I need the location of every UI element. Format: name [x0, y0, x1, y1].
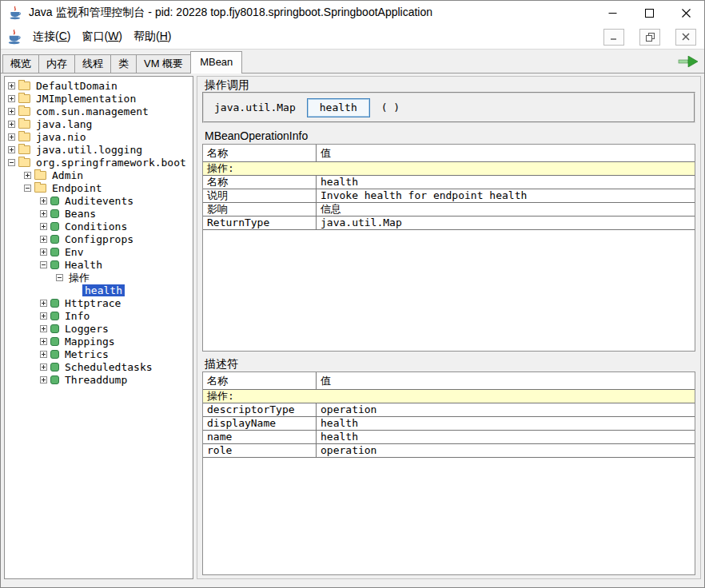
frame-minimize-button[interactable]: [603, 29, 624, 46]
collapse-icon[interactable]: [56, 274, 63, 281]
tree-item-com.sun.management[interactable]: com.sun.management: [5, 105, 193, 117]
tree-item-java.lang[interactable]: java.lang: [5, 117, 193, 130]
tree-item-health[interactable]: health: [5, 284, 193, 296]
title-bar[interactable]: Java 监视和管理控制台 - pid: 20228 top.fjy8018.s…: [1, 1, 704, 25]
expand-icon[interactable]: [8, 108, 15, 115]
info-row-displayname[interactable]: displayNamehealth: [203, 417, 695, 431]
expand-icon[interactable]: [40, 223, 47, 230]
group-row[interactable]: 操作:: [203, 390, 695, 403]
tree-label: JMImplementation: [34, 93, 138, 105]
tree-item-conditions[interactable]: Conditions: [5, 220, 193, 232]
tree-item-java.nio[interactable]: java.nio: [5, 130, 193, 143]
bean-icon: [50, 248, 59, 256]
expand-icon[interactable]: [8, 146, 15, 153]
menu-item-h[interactable]: 帮助(H): [128, 26, 177, 47]
expand-icon[interactable]: [8, 95, 15, 102]
tree-label: Threaddump: [62, 374, 129, 386]
tree-item-env[interactable]: Env: [5, 245, 193, 258]
tree-item-info[interactable]: Info: [5, 309, 193, 322]
tree-item-loggers[interactable]: Loggers: [5, 322, 193, 335]
tree-label: org.springframework.boot: [34, 157, 189, 169]
tree-item-threaddump[interactable]: Threaddump: [5, 373, 193, 386]
expand-icon[interactable]: [40, 325, 47, 332]
cell-name: 说明: [203, 189, 317, 203]
folder-icon: [18, 145, 30, 154]
tree-item-auditevents[interactable]: Auditevents: [5, 194, 193, 207]
expand-icon[interactable]: [40, 312, 47, 320]
restore-icon: [646, 33, 655, 42]
tree-item-health[interactable]: Health: [5, 258, 193, 271]
cell-value: java.util.Map: [317, 217, 695, 230]
tree-label: Mappings: [62, 336, 118, 348]
tree-item-endpoint[interactable]: Endpoint: [5, 181, 193, 194]
expand-icon[interactable]: [8, 82, 15, 89]
tree-item-metrics[interactable]: Metrics: [5, 348, 193, 360]
bean-icon: [50, 209, 59, 218]
tree-item-httptrace[interactable]: Httptrace: [5, 296, 193, 309]
tab-概览[interactable]: 概览: [2, 54, 39, 73]
collapse-icon[interactable]: [40, 261, 47, 268]
expand-icon[interactable]: [8, 133, 15, 141]
expand-icon[interactable]: [40, 338, 47, 345]
tree-label: Scheduledtasks: [62, 361, 155, 373]
collapse-icon[interactable]: [8, 159, 15, 166]
tab-线程[interactable]: 线程: [74, 54, 111, 73]
tree-label: Loggers: [62, 323, 111, 335]
frame-close-button[interactable]: [675, 29, 696, 46]
menu-item-c[interactable]: 连接(C): [27, 26, 76, 47]
expand-icon[interactable]: [24, 172, 31, 179]
tree-item-mappings[interactable]: Mappings: [5, 335, 193, 348]
cell-name: displayName: [203, 417, 317, 431]
group-row[interactable]: 操作:: [203, 162, 695, 176]
expand-icon[interactable]: [8, 121, 15, 128]
cell-name: name: [203, 431, 317, 444]
info-row-descriptortype[interactable]: descriptorTypeoperation: [203, 403, 695, 417]
tab-vm-概要[interactable]: VM 概要: [136, 54, 191, 73]
expand-icon[interactable]: [40, 210, 47, 217]
expand-icon[interactable]: [40, 376, 47, 383]
folder-icon: [18, 158, 30, 167]
info-row-role[interactable]: roleoperation: [203, 444, 695, 458]
tab-内存[interactable]: 内存: [38, 54, 75, 73]
java-logo-icon: [8, 6, 22, 20]
collapse-icon[interactable]: [24, 185, 31, 192]
tree-item-操作[interactable]: 操作: [5, 271, 193, 284]
tree-item-configprops[interactable]: Configprops: [5, 232, 193, 245]
tree-item-jmimplementation[interactable]: JMImplementation: [5, 92, 193, 105]
info-row-名称[interactable]: 名称health: [203, 176, 695, 189]
expand-icon[interactable]: [40, 248, 47, 256]
descriptor-table: 名称 值 操作:descriptorTypeoperationdisplayNa…: [202, 371, 695, 575]
expand-icon[interactable]: [40, 364, 47, 371]
close-button[interactable]: [667, 1, 704, 25]
tree-item-org.springframework.boot[interactable]: org.springframework.boot: [5, 156, 193, 169]
tree-item-beans[interactable]: Beans: [5, 207, 193, 220]
cell-name: 影响: [203, 203, 317, 217]
menu-item-w[interactable]: 窗口(W): [76, 26, 128, 47]
tree-item-admin[interactable]: Admin: [5, 169, 193, 181]
tree-item-scheduledtasks[interactable]: Scheduledtasks: [5, 360, 193, 373]
expand-icon[interactable]: [40, 351, 47, 358]
bean-icon: [50, 235, 59, 244]
menu-bar: 连接(C)窗口(W)帮助(H): [1, 25, 704, 50]
expand-icon[interactable]: [40, 197, 47, 205]
info-row-影响[interactable]: 影响信息: [203, 203, 695, 217]
maximize-button[interactable]: [631, 1, 667, 25]
tree-item-java.util.logging[interactable]: java.util.logging: [5, 143, 193, 156]
cell-value: operation: [317, 403, 695, 417]
info-row-说明[interactable]: 说明Invoke health for endpoint health: [203, 189, 695, 203]
mbean-tab-content: DefaultDomainJMImplementationcom.sun.man…: [1, 73, 704, 582]
tree-label: Endpoint: [50, 182, 105, 194]
info-row-name[interactable]: namehealth: [203, 431, 695, 444]
frame-restore-button[interactable]: [639, 29, 660, 46]
expand-icon[interactable]: [40, 236, 47, 243]
tab-类[interactable]: 类: [110, 54, 137, 73]
invoke-health-button[interactable]: health: [307, 98, 370, 117]
folder-icon: [34, 171, 46, 180]
tree-label: Beans: [62, 208, 98, 220]
expand-icon[interactable]: [40, 300, 47, 307]
tree-item-defaultdomain[interactable]: DefaultDomain: [5, 79, 193, 92]
tab-mbean[interactable]: MBean: [190, 51, 242, 74]
minimize-button[interactable]: [594, 1, 631, 25]
jconsole-window: Java 监视和管理控制台 - pid: 20228 top.fjy8018.s…: [0, 0, 705, 588]
info-row-returntype[interactable]: ReturnTypejava.util.Map: [203, 217, 695, 230]
